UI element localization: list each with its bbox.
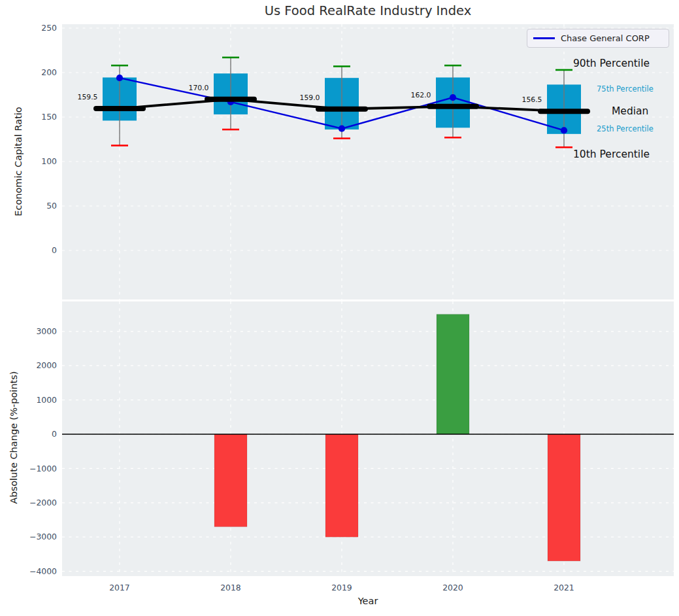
bar-2021 xyxy=(548,434,580,561)
company-point-2019 xyxy=(339,126,345,132)
top-y-tick-label: 100 xyxy=(41,156,57,166)
x-tick-label: 2021 xyxy=(554,583,574,592)
bar-2020 xyxy=(437,315,469,434)
x-tick-label: 2020 xyxy=(442,583,463,592)
bottom-y-tick-label: 2000 xyxy=(36,360,57,370)
bar-2018 xyxy=(214,434,247,526)
bar-2019 xyxy=(325,434,358,537)
legend: Chase General CORP xyxy=(527,29,669,48)
median-value-label-2018: 170.0 xyxy=(189,84,209,92)
bottom-y-tick-label: −2000 xyxy=(29,498,57,507)
x-tick-label: 2017 xyxy=(109,583,130,592)
company-point-2020 xyxy=(450,94,456,101)
top-y-tick-label: 0 xyxy=(52,245,57,255)
company-point-2017 xyxy=(116,75,123,81)
chart-title: Us Food RealRate Industry Index xyxy=(62,3,674,18)
bottom-axes-background xyxy=(62,301,674,576)
bottom-y-tick-label: −4000 xyxy=(29,566,57,576)
top-y-axis-label: Economic Capital Ratio xyxy=(13,107,24,216)
label-25th-percentile: 25th Percentile xyxy=(597,124,654,133)
top-y-tick-label: 50 xyxy=(46,201,57,211)
top-y-tick-label: 250 xyxy=(41,23,57,33)
plot-canvas: 159.5170.0159.0162.0156.5050100150200250… xyxy=(0,0,679,616)
label-75th-percentile: 75th Percentile xyxy=(597,84,654,94)
bottom-y-tick-label: 3000 xyxy=(36,326,57,336)
bottom-y-tick-label: −1000 xyxy=(29,464,57,473)
x-tick-label: 2019 xyxy=(331,583,352,592)
label-90th-percentile: 90th Percentile xyxy=(573,58,650,69)
x-tick-label: 2018 xyxy=(220,583,241,592)
median-value-label-2019: 159.0 xyxy=(300,94,320,102)
company-point-2021 xyxy=(561,127,567,133)
legend-line-sample xyxy=(533,37,555,39)
legend-label: Chase General CORP xyxy=(561,33,650,43)
bottom-y-tick-label: 0 xyxy=(52,429,57,439)
bottom-y-axis-label: Absolute Change (%-points) xyxy=(8,371,19,504)
median-value-label-2021: 156.5 xyxy=(522,95,542,104)
label-median: Median xyxy=(612,105,648,117)
x-axis-label: Year xyxy=(62,596,674,606)
bottom-y-tick-label: −3000 xyxy=(29,532,57,541)
median-value-label-2017: 159.5 xyxy=(78,93,98,101)
bottom-y-tick-label: 1000 xyxy=(36,395,57,405)
label-10th-percentile: 10th Percentile xyxy=(573,148,650,160)
figure: 159.5170.0159.0162.0156.5050100150200250… xyxy=(0,0,679,616)
top-y-tick-label: 200 xyxy=(41,67,57,77)
top-y-tick-label: 150 xyxy=(41,112,57,122)
median-value-label-2020: 162.0 xyxy=(411,91,431,99)
